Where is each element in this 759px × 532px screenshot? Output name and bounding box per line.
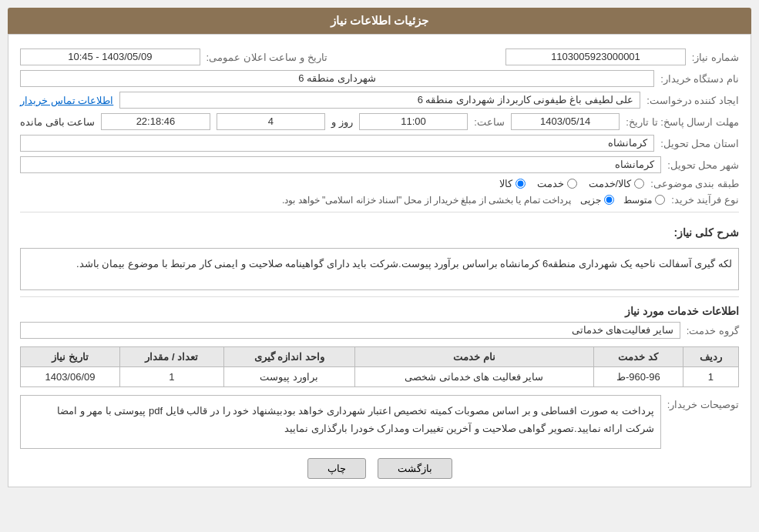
services-section-header: اطلاعات خدمات مورد نیاز [20,305,739,317]
org-label: نام دستگاه خریدار: [660,73,739,85]
cell-code: 960-96-ط [593,367,683,387]
deadline-time-label: ساعت: [474,116,505,128]
creator-label: ایجاد کننده درخواست: [646,95,739,106]
page-title: جزئیات اطلاعات نیاز [8,8,751,34]
service-group-value: سایر فعالیت‌های خدماتی [20,322,680,339]
radio-jozyi-label: جزیی [580,195,601,206]
remaining-days: 4 [217,113,325,130]
radio-jozyi-input[interactable] [604,195,614,205]
radio-kala[interactable]: کالا [499,178,526,189]
pub-date-value: 1403/05/09 - 10:45 [20,49,200,65]
table-row: 1 960-96-ط سایر فعالیت های خدماتی شخصی ب… [21,367,739,387]
radio-khadamat-label: خدمت [537,178,564,189]
province-label: استان محل تحویل: [660,138,739,149]
description-text: لکه گیری آسفالت ناحیه یک شهرداری منطقه6 … [20,248,739,290]
cell-row: 1 [683,367,738,387]
category-label: طبقه بندی موضوعی: [650,178,739,189]
col-code: کد خدمت [593,347,683,367]
radio-khadamat-input[interactable] [567,179,577,189]
remaining-time: 22:18:46 [101,113,210,130]
service-group-label: گروه خدمت: [687,325,739,336]
radio-kala-khadamat-input[interactable] [634,179,644,189]
cell-qty: 1 [119,367,223,387]
deadline-label: مهلت ارسال پاسخ: تا تاریخ: [626,116,739,128]
remaining-suffix: ساعت باقی مانده [20,116,95,128]
buyer-notes-label: توصیحات خریدار: [667,399,739,410]
back-button[interactable]: بازگشت [378,458,452,479]
services-table: ردیف کد خدمت نام خدمت واحد اندازه گیری ت… [20,346,739,387]
radio-motavasset-label: متوسط [623,195,652,206]
process-type-label: نوع فرآیند خرید: [671,194,739,206]
category-radio-group: کالا/خدمت خدمت کالا [499,178,645,189]
pub-date-label: تاریخ و ساعت اعلان عمومی: [207,52,327,63]
org-value: شهرداری منطقه 6 [20,70,654,87]
radio-motavasset[interactable]: متوسط [623,195,665,206]
cell-unit: براورد پیوست [223,367,354,387]
city-value: کرمانشاه [20,156,661,173]
radio-khadamat[interactable]: خدمت [537,178,577,189]
col-date: تاریخ نیاز [21,347,120,367]
col-qty: تعداد / مقدار [119,347,223,367]
radio-kala-khadamat-label: کالا/خدمت [589,178,632,189]
radio-motavasset-input[interactable] [655,195,665,205]
radio-kala-label: کالا [499,178,512,189]
col-row: ردیف [683,347,738,367]
cell-date: 1403/06/09 [21,367,120,387]
remaining-days-label: روز و [331,116,353,128]
city-label: شهر محل تحویل: [667,159,739,171]
deadline-date: 1403/05/14 [511,113,620,130]
cell-name: سایر فعالیت های خدماتی شخصی [354,367,593,387]
process-options-group: متوسط جزیی پرداخت تمام یا بخشی از مبلغ خ… [282,195,665,206]
province-value: کرمانشاه [20,135,654,152]
action-buttons: بازگشت چاپ [20,458,739,479]
description-section-header: شرح کلی نیاز: [674,226,739,239]
radio-jozyi[interactable]: جزیی [580,195,614,206]
process-note: پرداخت تمام یا بخشی از مبلغ خریدار از مح… [282,195,571,206]
contact-link[interactable]: اطلاعات تماس خریدار [20,95,113,106]
col-unit: واحد اندازه گیری [223,347,354,367]
need-number-value: 1103005923000001 [505,49,686,65]
radio-kala-input[interactable] [516,179,526,189]
creator-value: علی لطیفی باغ طیفونی کاربرداز شهرداری من… [119,92,640,109]
print-button[interactable]: چاپ [307,458,366,479]
buyer-notes-text: پرداخت به صورت اقساطی و بر اساس مصوبات ک… [20,395,661,449]
col-name: نام خدمت [354,347,593,367]
need-number-label: شماره نیاز: [692,52,739,63]
radio-kala-khadamat[interactable]: کالا/خدمت [589,178,645,189]
deadline-time: 11:00 [359,113,468,130]
